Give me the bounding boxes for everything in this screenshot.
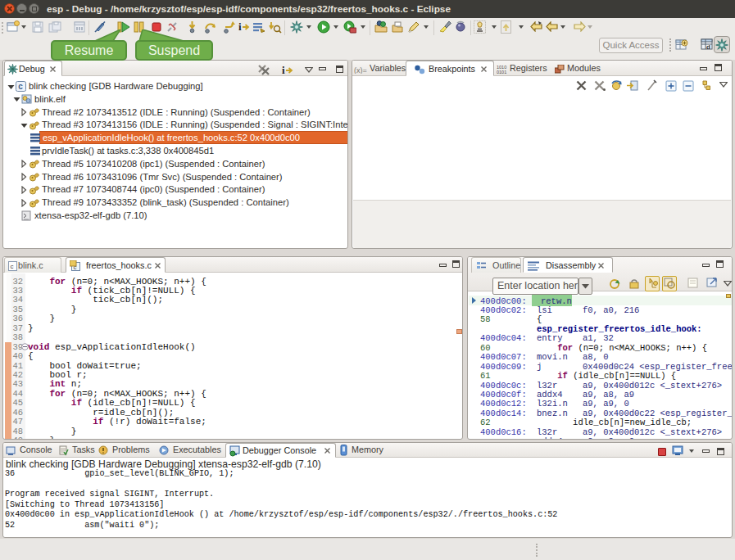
svg-text:c: c <box>11 263 14 270</box>
svg-text:0101: 0101 <box>497 70 506 75</box>
svg-text:i: i <box>282 64 285 76</box>
svg-text:(x)=: (x)= <box>354 66 367 75</box>
svg-text:i: i <box>238 20 242 33</box>
svg-text:d: d <box>706 43 710 51</box>
svg-text:c: c <box>18 82 23 91</box>
